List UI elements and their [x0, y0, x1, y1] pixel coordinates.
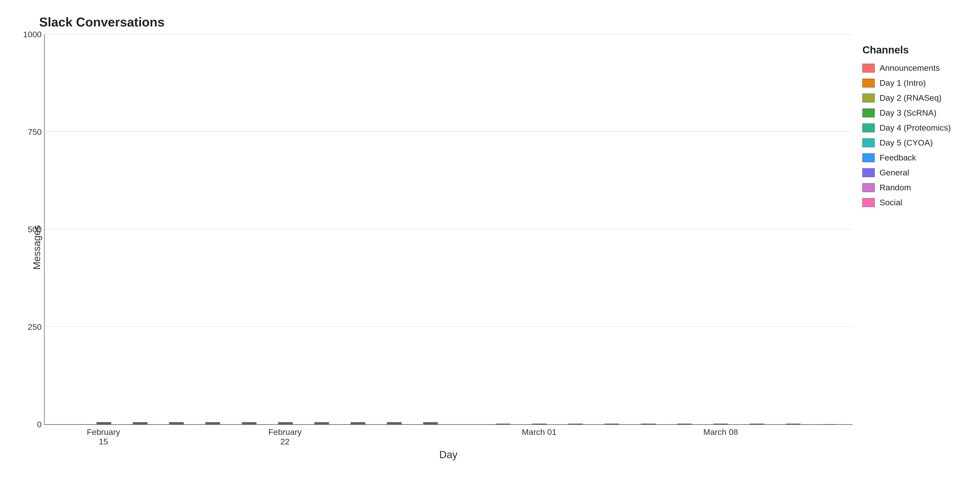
- legend-swatch: [862, 168, 875, 177]
- x-tick-group: [811, 427, 848, 446]
- legend-items: Announcements Day 1 (Intro) Day 2 (RNASe…: [862, 63, 965, 213]
- legend-item: Feedback: [862, 153, 965, 162]
- x-tick-group: [739, 427, 775, 446]
- legend-label: Day 5 (CYOA): [880, 138, 933, 148]
- bar-stack[interactable]: [205, 422, 220, 424]
- day-group: [630, 423, 667, 424]
- bar-stack[interactable]: [568, 423, 583, 424]
- bar-stack[interactable]: [314, 422, 329, 424]
- legend-item: General: [862, 168, 965, 177]
- legend-item: Day 2 (RNASeq): [862, 93, 965, 103]
- legend-label: Day 1 (Intro): [880, 78, 926, 88]
- legend-title: Channels: [862, 44, 965, 56]
- legend-item: Announcements: [862, 63, 965, 73]
- bar-stack[interactable]: [169, 422, 184, 424]
- chart-area: Messages 02505007501000 February 15Febru…: [29, 34, 970, 461]
- bar-stack[interactable]: [278, 422, 293, 424]
- day-group: [86, 422, 122, 424]
- x-tick-group: [666, 427, 702, 446]
- x-tick-group: [231, 427, 267, 446]
- legend-item: Day 3 (ScRNA): [862, 108, 965, 118]
- x-tick-group: [557, 427, 593, 446]
- legend-label: Feedback: [880, 153, 916, 162]
- x-tick-group: [121, 427, 158, 446]
- legend-swatch: [862, 153, 875, 162]
- day-group: [267, 422, 304, 424]
- legend-label: Social: [880, 198, 902, 207]
- y-tick-label: 750: [28, 127, 41, 137]
- x-tick-group: [49, 427, 85, 446]
- legend-label: Random: [880, 183, 911, 192]
- legend-item: Day 5 (CYOA): [862, 138, 965, 148]
- legend-swatch: [862, 138, 875, 147]
- plot-and-legend: 02505007501000 February 15February 22Mar…: [44, 34, 970, 461]
- plot-inner: 02505007501000: [44, 34, 853, 425]
- bar-stack[interactable]: [496, 423, 510, 424]
- x-tick-group: [485, 427, 521, 446]
- chart-container: Slack Conversations Messages 02505007501…: [0, 0, 980, 490]
- x-tick-label: March 01: [522, 427, 557, 446]
- bar-stack[interactable]: [97, 422, 111, 424]
- legend-label: Day 3 (ScRNA): [880, 108, 936, 118]
- bar-stack[interactable]: [423, 422, 438, 424]
- bar-stack[interactable]: [677, 423, 692, 424]
- legend-label: General: [880, 168, 909, 177]
- y-tick-label: 500: [28, 225, 41, 234]
- legend: Channels Announcements Day 1 (Intro) Day…: [853, 34, 970, 461]
- day-group: [412, 422, 449, 424]
- legend-swatch: [862, 183, 875, 192]
- bar-stack[interactable]: [351, 422, 365, 424]
- x-tick-group: [158, 427, 194, 446]
- legend-swatch: [862, 64, 875, 73]
- day-group: [593, 423, 630, 424]
- bar-stack[interactable]: [605, 423, 619, 424]
- bars-area: [45, 34, 853, 424]
- x-axis-labels: February 15February 22March 01March 08: [44, 427, 853, 446]
- day-group: [739, 423, 775, 424]
- day-group: [703, 423, 739, 424]
- bar-stack[interactable]: [750, 423, 764, 424]
- x-tick-group: [194, 427, 231, 446]
- day-group: [557, 423, 593, 424]
- bar-stack[interactable]: [786, 423, 801, 424]
- legend-swatch: [862, 124, 875, 132]
- x-tick-label: March 08: [703, 427, 738, 446]
- y-tick-label: 0: [37, 420, 41, 429]
- x-tick-group: [412, 427, 449, 446]
- x-tick-group: [303, 427, 339, 446]
- bar-stack[interactable]: [713, 423, 728, 424]
- day-group: [231, 422, 267, 424]
- legend-label: Announcements: [880, 63, 940, 73]
- legend-item: Day 4 (Proteomics): [862, 123, 965, 132]
- bar-stack[interactable]: [532, 423, 547, 424]
- bar-stack[interactable]: [133, 422, 148, 424]
- legend-item: Social: [862, 198, 965, 207]
- legend-item: Day 1 (Intro): [862, 78, 965, 88]
- x-tick-group: February 22: [267, 427, 303, 446]
- bar-stack[interactable]: [641, 423, 655, 424]
- y-tick-label: 1000: [23, 30, 41, 39]
- day-group: [521, 423, 557, 424]
- legend-swatch: [862, 79, 875, 88]
- x-tick-group: [630, 427, 666, 446]
- legend-swatch: [862, 108, 875, 117]
- day-group: [158, 422, 194, 424]
- x-tick-label: February 22: [267, 427, 303, 446]
- day-group: [376, 422, 412, 424]
- day-group: [122, 422, 158, 424]
- chart-title: Slack Conversations: [39, 15, 970, 29]
- x-tick-group: [340, 427, 376, 446]
- day-group: [304, 422, 340, 424]
- x-tick-label: February 15: [85, 427, 121, 446]
- bar-stack[interactable]: [242, 422, 256, 424]
- legend-label: Day 2 (RNASeq): [880, 93, 942, 103]
- day-group: [485, 423, 521, 424]
- day-group: [667, 423, 703, 424]
- bar-stack[interactable]: [387, 422, 402, 424]
- x-tick-group: March 01: [521, 427, 557, 446]
- day-group: [775, 423, 811, 424]
- x-tick-group: [449, 427, 485, 446]
- x-tick-group: February 15: [85, 427, 121, 446]
- y-tick-label: 250: [28, 322, 41, 332]
- plot-wrapper: 02505007501000 February 15February 22Mar…: [44, 34, 853, 461]
